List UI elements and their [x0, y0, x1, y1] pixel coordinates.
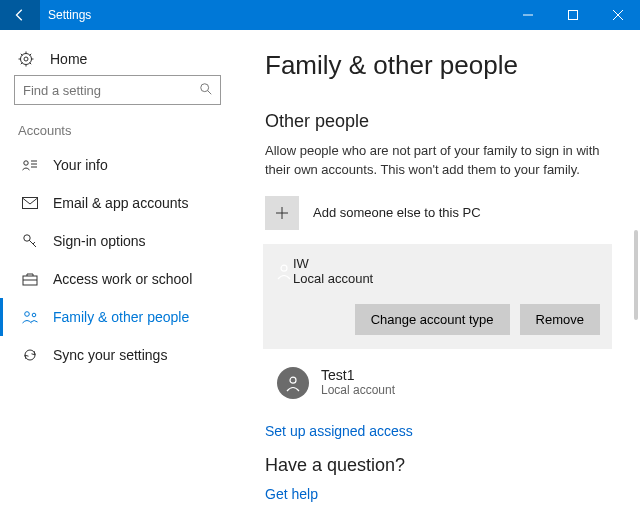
svg-line-20	[29, 240, 36, 247]
svg-point-3	[24, 57, 28, 61]
svg-rect-1	[568, 11, 577, 20]
briefcase-icon	[21, 272, 39, 286]
svg-point-14	[24, 161, 28, 165]
nav-label: Sign-in options	[53, 233, 146, 249]
svg-point-24	[25, 312, 30, 317]
avatar-icon	[275, 262, 293, 280]
account-name: Test1	[321, 367, 395, 383]
account-card-selected[interactable]: IW Local account Change account type Rem…	[263, 244, 612, 349]
add-someone-button[interactable]: Add someone else to this PC	[265, 196, 610, 230]
home-button[interactable]: Home	[0, 45, 235, 75]
nav-group-label: Accounts	[0, 123, 235, 146]
page-title: Family & other people	[265, 50, 610, 81]
add-label: Add someone else to this PC	[313, 205, 481, 220]
svg-line-11	[30, 54, 32, 56]
key-icon	[21, 233, 39, 249]
window-title: Settings	[40, 8, 505, 22]
nav-item-email[interactable]: Email & app accounts	[0, 184, 235, 222]
svg-line-9	[30, 63, 32, 65]
change-account-type-button[interactable]: Change account type	[355, 304, 510, 335]
nav-label: Family & other people	[53, 309, 189, 325]
section-title: Other people	[265, 111, 610, 132]
svg-point-29	[290, 377, 296, 383]
nav-item-signin[interactable]: Sign-in options	[0, 222, 235, 260]
nav-item-work-school[interactable]: Access work or school	[0, 260, 235, 298]
svg-rect-18	[23, 198, 38, 209]
close-button[interactable]	[595, 0, 640, 30]
nav-label: Access work or school	[53, 271, 192, 287]
people-icon	[21, 310, 39, 324]
nav-label: Your info	[53, 157, 108, 173]
remove-account-button[interactable]: Remove	[520, 304, 600, 335]
nav-label: Email & app accounts	[53, 195, 188, 211]
nav-item-family[interactable]: Family & other people	[0, 298, 235, 336]
svg-point-28	[281, 265, 287, 271]
svg-line-21	[33, 242, 35, 244]
question-title: Have a question?	[265, 455, 610, 476]
back-button[interactable]	[0, 0, 40, 30]
svg-point-25	[32, 313, 36, 317]
svg-line-8	[21, 54, 23, 56]
sidebar: Home Accounts Your info Email & app acco…	[0, 30, 235, 515]
mail-icon	[21, 197, 39, 209]
avatar-icon	[277, 367, 309, 399]
window-controls	[505, 0, 640, 30]
main-content: Family & other people Other people Allow…	[235, 30, 640, 515]
person-card-icon	[21, 158, 39, 172]
nav-item-your-info[interactable]: Your info	[0, 146, 235, 184]
nav-item-sync[interactable]: Sync your settings	[0, 336, 235, 374]
title-bar: Settings	[0, 0, 640, 30]
account-card[interactable]: Test1 Local account	[265, 355, 610, 411]
gear-icon	[18, 51, 36, 67]
scrollbar[interactable]	[634, 230, 638, 320]
maximize-button[interactable]	[550, 0, 595, 30]
section-description: Allow people who are not part of your fa…	[265, 142, 605, 180]
plus-icon	[265, 196, 299, 230]
home-label: Home	[50, 51, 87, 67]
search-icon	[199, 82, 213, 96]
svg-point-12	[201, 84, 209, 92]
get-help-link[interactable]: Get help	[265, 486, 610, 502]
account-type: Local account	[321, 383, 395, 397]
svg-line-10	[21, 63, 23, 65]
svg-line-13	[208, 91, 212, 95]
search-input[interactable]	[14, 75, 221, 105]
minimize-button[interactable]	[505, 0, 550, 30]
assigned-access-link[interactable]: Set up assigned access	[265, 423, 610, 439]
account-type: Local account	[293, 271, 373, 286]
sync-icon	[21, 347, 39, 363]
nav-label: Sync your settings	[53, 347, 167, 363]
account-name: IW	[293, 256, 373, 271]
